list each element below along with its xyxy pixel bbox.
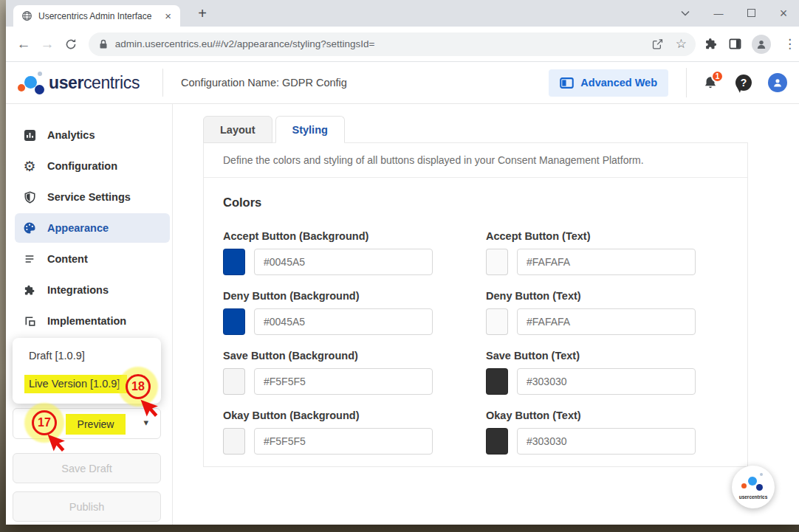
browser-tab[interactable]: Usercentrics Admin Interface × [13,5,180,27]
menu-item-live-version[interactable]: Live Version [1.0.9] [24,375,127,393]
web-layout-icon [560,77,574,89]
color-field-label: Deny Button (Text) [486,290,730,302]
usercentrics-widget-button[interactable]: usercentrics [732,466,775,508]
menu-item-draft-version[interactable]: Draft [1.0.9] [29,350,85,362]
help-icon[interactable]: ? [735,75,752,91]
color-swatch[interactable] [223,368,245,395]
globe-icon [21,10,32,21]
puzzle-icon [22,284,37,297]
share-icon[interactable] [651,38,664,50]
save-draft-button[interactable]: Save Draft [13,453,161,483]
browser-window: Usercentrics Admin Interface × + — × ← →… [6,0,799,525]
sidebar-item-content[interactable]: Content [15,244,170,274]
window-maximize-button[interactable] [746,8,756,19]
url-text[interactable]: admin.usercentrics.eu/#/v2/appearance/st… [115,38,639,49]
browser-toolbar: ← → admin.usercentrics.eu/#/v2/appearanc… [6,27,799,62]
colors-section-title: Colors [223,196,728,210]
color-field-label: Okay Button (Text) [486,410,730,421]
sidebar: Analytics ⚙ Configuration Service Settin… [6,104,173,525]
color-swatch[interactable] [486,249,508,275]
gear-icon: ⚙ [22,159,37,173]
configuration-name: Configuration Name: GDPR Config [181,77,347,89]
new-tab-button[interactable]: + [192,3,213,24]
reload-icon[interactable] [59,38,83,51]
logo-text: usercentrics [49,73,140,93]
color-swatch[interactable] [486,308,508,335]
color-hex-input[interactable] [254,368,433,395]
styling-description: Define the colors and styling of all but… [204,143,747,178]
color-hex-input[interactable] [517,368,696,395]
preview-button[interactable]: Preview [66,414,126,435]
shield-icon [22,191,37,204]
annotation-step-badge-18: 18 [126,374,151,399]
side-panel-icon[interactable] [728,37,742,51]
browser-menu-kebab-icon[interactable]: ⋮ [781,36,799,52]
lock-icon [99,39,108,49]
color-field-save-background: Save Button (Background) [223,350,467,395]
color-field-okay-text: Okay Button (Text) [486,410,730,455]
color-hex-input[interactable] [517,308,696,335]
publish-button[interactable]: Publish [13,491,161,522]
header-divider [162,69,163,97]
sidebar-item-configuration[interactable]: ⚙ Configuration [15,151,170,181]
tab-layout[interactable]: Layout [203,116,272,143]
styling-card: Define the colors and styling of all but… [203,142,748,467]
color-hex-input[interactable] [517,428,696,455]
palette-icon [22,221,37,235]
color-swatch[interactable] [223,428,245,455]
color-field-accept-background: Accept Button (Background) [223,230,467,275]
sidebar-item-appearance[interactable]: Appearance [15,213,170,243]
app-header: usercentrics Configuration Name: GDPR Co… [6,62,799,104]
colors-section: Colors Accept Button (Background) Accept… [204,178,747,455]
color-field-label: Save Button (Text) [486,350,730,362]
color-field-label: Accept Button (Background) [223,230,467,242]
back-icon[interactable]: ← [12,36,35,52]
sidebar-item-implementation[interactable]: Implementation [15,306,170,336]
tab-search-chevron-icon[interactable] [681,10,691,16]
window-minimize-button[interactable]: — [713,8,724,19]
color-swatch[interactable] [223,249,245,275]
notifications-bell-icon[interactable]: 1 [703,75,718,91]
content-lines-icon [22,253,37,265]
header-divider [686,68,687,97]
app-body: Analytics ⚙ Configuration Service Settin… [6,104,799,525]
color-hex-input[interactable] [254,249,433,275]
color-swatch[interactable] [486,368,508,395]
tab-styling[interactable]: Styling [275,116,345,143]
color-field-accept-text: Accept Button (Text) [486,230,730,275]
sidebar-item-integrations[interactable]: Integrations [15,275,170,305]
color-field-deny-background: Deny Button (Background) [223,290,467,335]
bookmark-star-icon[interactable]: ☆ [676,36,687,52]
tab-close-icon[interactable]: × [162,10,174,21]
color-field-okay-background: Okay Button (Background) [223,410,467,455]
sidebar-item-analytics[interactable]: Analytics [15,120,170,150]
notification-count-badge: 1 [711,70,724,83]
sidebar-item-service-settings[interactable]: Service Settings [15,182,170,212]
url-bar[interactable]: admin.usercentrics.eu/#/v2/appearance/st… [89,32,696,56]
forward-icon[interactable]: → [35,36,59,52]
usercentrics-widget-logo-icon: usercentrics [732,466,775,508]
browser-profile-avatar[interactable] [752,35,771,54]
color-field-save-text: Save Button (Text) [486,350,730,395]
main-content: Layout Styling Define the colors and sty… [174,104,799,525]
browser-tabstrip: Usercentrics Admin Interface × + — × [6,0,799,27]
extensions-puzzle-icon[interactable] [704,37,719,51]
color-field-deny-text: Deny Button (Text) [486,290,730,335]
account-avatar[interactable] [768,73,787,92]
advanced-web-button[interactable]: Advanced Web [549,69,668,97]
color-field-label: Okay Button (Background) [223,410,467,421]
window-close-button[interactable]: × [778,6,789,21]
color-hex-input[interactable] [517,249,696,275]
analytics-icon [22,129,37,142]
color-field-label: Save Button (Background) [223,350,467,362]
usercentrics-logo: usercentrics [18,69,162,96]
color-hex-input[interactable] [254,428,433,455]
color-hex-input[interactable] [254,308,433,335]
color-field-label: Deny Button (Background) [223,290,467,302]
appearance-tabs: Layout Styling [203,116,345,143]
logo-dots-icon [18,69,49,96]
color-swatch[interactable] [223,308,245,335]
implementation-icon [22,315,37,328]
color-swatch[interactable] [486,428,508,455]
color-field-label: Accept Button (Text) [486,230,730,242]
